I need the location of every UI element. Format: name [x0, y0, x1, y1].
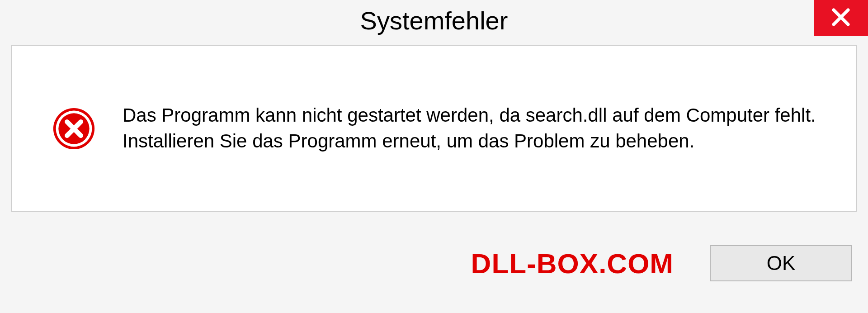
dialog-footer: DLL-BOX.COM OK	[0, 234, 868, 313]
ok-button-label: OK	[767, 252, 796, 275]
titlebar: Systemfehler	[0, 0, 868, 41]
watermark-text: DLL-BOX.COM	[471, 247, 674, 280]
error-icon	[52, 107, 95, 150]
close-icon	[831, 7, 851, 29]
error-dialog: Systemfehler Das Programm kann nicht ges…	[0, 0, 868, 313]
dialog-title: Systemfehler	[360, 6, 508, 35]
content-panel: Das Programm kann nicht gestartet werden…	[11, 45, 857, 212]
error-message: Das Programm kann nicht gestartet werden…	[123, 103, 829, 154]
close-button[interactable]	[814, 0, 868, 36]
ok-button[interactable]: OK	[710, 245, 852, 281]
